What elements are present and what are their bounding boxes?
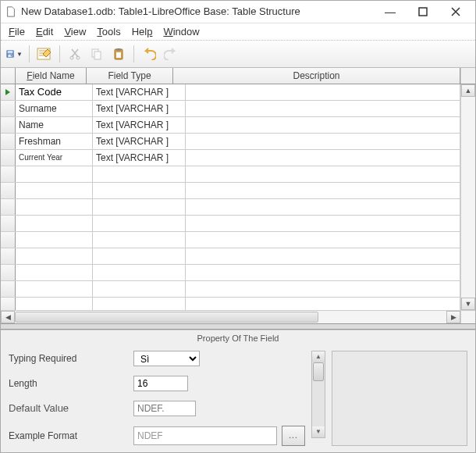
- grid-header: Field Name Field Type Description: [1, 68, 475, 84]
- default-value-input[interactable]: [133, 401, 196, 416]
- length-label: Length: [9, 378, 133, 389]
- copy-button[interactable]: [88, 45, 105, 62]
- splitter-handle[interactable]: [1, 323, 475, 330]
- table-row[interactable]: [1, 281, 460, 298]
- titlebar: New Database1.odb: Table1-LibreOffice Ba…: [1, 1, 475, 23]
- svg-rect-4: [11, 55, 12, 56]
- scroll-up-icon[interactable]: ▲: [312, 351, 325, 362]
- cell-field-type[interactable]: Text [VARCHAR ]: [93, 117, 186, 133]
- window-title: New Database1.odb: Table1-LibreOffice Ba…: [21, 5, 383, 17]
- cell-field-type[interactable]: Text [VARCHAR ]: [93, 134, 186, 149]
- cell-description[interactable]: [186, 150, 460, 166]
- scroll-thumb[interactable]: [313, 362, 324, 381]
- row-header[interactable]: [1, 117, 16, 133]
- row-header[interactable]: [1, 298, 16, 311]
- table-row[interactable]: Current Year Text [VARCHAR ]: [1, 150, 460, 166]
- default-value-label: Default Value: [9, 402, 133, 414]
- app-window: New Database1.odb: Table1-LibreOffice Ba…: [0, 0, 476, 453]
- row-marker-current-icon[interactable]: [1, 84, 16, 100]
- table-row[interactable]: Freshman Text [VARCHAR ]: [1, 134, 460, 150]
- close-button[interactable]: [449, 5, 463, 19]
- cell-field-type[interactable]: Text [VARCHAR ]: [93, 101, 186, 116]
- cell-field-name[interactable]: Tax Code: [16, 84, 93, 100]
- table-row[interactable]: Tax Code Text [VARCHAR ]: [1, 84, 460, 101]
- row-header[interactable]: [1, 101, 16, 116]
- maximize-button[interactable]: [416, 5, 430, 19]
- table-row[interactable]: [1, 199, 460, 216]
- row-header[interactable]: [1, 150, 16, 166]
- menu-window[interactable]: Window: [158, 24, 204, 39]
- typing-required-select[interactable]: Sì: [133, 351, 200, 366]
- save-button[interactable]: ▼: [5, 45, 23, 62]
- cell-description[interactable]: [186, 134, 460, 149]
- scroll-right-icon[interactable]: ▶: [446, 311, 460, 323]
- menu-view[interactable]: View: [59, 24, 91, 39]
- row-header[interactable]: [1, 216, 16, 231]
- scroll-thumb[interactable]: [15, 312, 318, 323]
- table-row[interactable]: Name Text [VARCHAR ]: [1, 117, 460, 134]
- table-row[interactable]: [1, 166, 460, 183]
- cell-field-name[interactable]: Surname: [16, 101, 93, 116]
- row-header[interactable]: [1, 134, 16, 149]
- scroll-up-icon[interactable]: ▲: [461, 84, 475, 97]
- cell-field-name[interactable]: Current Year: [16, 150, 93, 166]
- cell-field-name[interactable]: Name: [16, 117, 93, 133]
- table-design-grid: Field Name Field Type Description Tax Co…: [1, 68, 475, 323]
- properties-form: Typing Required Sì Length Default Value …: [9, 351, 305, 446]
- typing-required-label: Typing Required: [9, 353, 133, 364]
- scroll-down-icon[interactable]: ▼: [461, 298, 475, 310]
- menubar: File Edit View Tools Help Window: [1, 23, 475, 41]
- chevron-down-icon[interactable]: ▼: [16, 51, 23, 58]
- svg-rect-2: [8, 51, 13, 53]
- properties-scrollbar[interactable]: ▲ ▼: [311, 351, 325, 438]
- table-row[interactable]: [1, 232, 460, 248]
- vertical-scrollbar[interactable]: ▲ ▼: [460, 84, 475, 311]
- column-header-field-type[interactable]: Field Type: [87, 68, 173, 84]
- svg-rect-9: [94, 52, 101, 59]
- undo-button[interactable]: [140, 45, 158, 62]
- scroll-left-icon[interactable]: ◀: [1, 311, 15, 323]
- table-row[interactable]: [1, 183, 460, 199]
- menu-help[interactable]: Help: [127, 24, 158, 39]
- row-header-corner: [1, 68, 16, 84]
- grid-rows: Tax Code Text [VARCHAR ] Surname Text [V…: [1, 84, 460, 311]
- minimize-button[interactable]: —: [383, 5, 397, 19]
- cell-description[interactable]: [186, 84, 460, 100]
- cut-button[interactable]: [66, 45, 83, 62]
- cell-field-type[interactable]: Text [VARCHAR ]: [93, 150, 186, 166]
- example-format-label: Example Format: [9, 430, 133, 441]
- cell-description[interactable]: [186, 101, 460, 116]
- menu-file[interactable]: File: [4, 24, 30, 39]
- menu-tools[interactable]: Tools: [92, 24, 125, 39]
- example-format-input[interactable]: [133, 426, 277, 445]
- cell-field-type[interactable]: Text [VARCHAR ]: [93, 84, 186, 100]
- row-header[interactable]: [1, 199, 16, 215]
- table-row[interactable]: [1, 298, 460, 311]
- paste-button[interactable]: [110, 45, 127, 62]
- table-row[interactable]: [1, 248, 460, 265]
- scroll-down-icon[interactable]: ▼: [312, 426, 325, 437]
- svg-rect-11: [116, 48, 121, 51]
- svg-rect-0: [419, 8, 427, 16]
- document-icon: [5, 6, 16, 17]
- table-row[interactable]: [1, 265, 460, 281]
- row-header[interactable]: [1, 248, 16, 264]
- table-row[interactable]: [1, 216, 460, 232]
- redo-button[interactable]: [162, 45, 179, 62]
- format-browse-button[interactable]: ...: [282, 426, 305, 446]
- edit-mode-button[interactable]: [36, 45, 53, 62]
- column-header-description[interactable]: Description: [173, 68, 460, 84]
- table-row[interactable]: Surname Text [VARCHAR ]: [1, 101, 460, 117]
- cell-description[interactable]: [186, 117, 460, 133]
- column-header-field-name[interactable]: Field Name: [16, 68, 87, 84]
- horizontal-scrollbar[interactable]: ◀ ▶: [1, 310, 475, 323]
- row-header[interactable]: [1, 265, 16, 280]
- row-header[interactable]: [1, 166, 16, 182]
- row-header[interactable]: [1, 232, 16, 248]
- toolbar: ▼: [1, 41, 475, 68]
- row-header[interactable]: [1, 281, 16, 297]
- row-header[interactable]: [1, 183, 16, 198]
- menu-edit[interactable]: Edit: [31, 24, 58, 39]
- cell-field-name[interactable]: Freshman: [16, 134, 93, 149]
- length-input[interactable]: [133, 376, 188, 391]
